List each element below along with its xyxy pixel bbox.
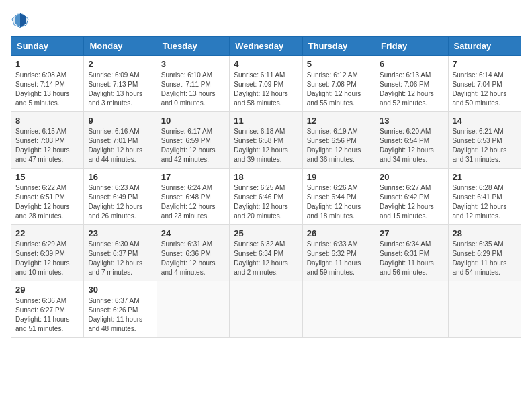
day-number: 6 [380, 59, 443, 69]
calendar-header-monday: Monday [84, 37, 157, 56]
calendar-cell: 5 Sunrise: 6:12 AM Sunset: 7:08 PM Dayli… [302, 56, 375, 112]
calendar-cell: 4 Sunrise: 6:11 AM Sunset: 7:09 PM Dayli… [230, 56, 302, 112]
calendar-cell: 30 Sunrise: 6:37 AM Sunset: 6:26 PM Dayl… [84, 281, 157, 338]
day-info: Sunrise: 6:28 AM Sunset: 6:41 PM Dayligh… [453, 183, 517, 221]
calendar-cell: 12 Sunrise: 6:19 AM Sunset: 6:56 PM Dayl… [302, 112, 375, 169]
day-info: Sunrise: 6:22 AM Sunset: 6:51 PM Dayligh… [15, 183, 79, 221]
day-info: Sunrise: 6:15 AM Sunset: 7:03 PM Dayligh… [15, 127, 79, 165]
calendar-week-row: 15 Sunrise: 6:22 AM Sunset: 6:51 PM Dayl… [11, 169, 521, 225]
calendar-cell [448, 281, 521, 338]
day-number: 17 [161, 172, 225, 182]
calendar-body: 1 Sunrise: 6:08 AM Sunset: 7:14 PM Dayli… [11, 56, 521, 338]
day-info: Sunrise: 6:10 AM Sunset: 7:11 PM Dayligh… [161, 71, 225, 108]
day-info: Sunrise: 6:09 AM Sunset: 7:13 PM Dayligh… [88, 71, 152, 108]
day-number: 19 [307, 172, 371, 182]
calendar-cell: 21 Sunrise: 6:28 AM Sunset: 6:41 PM Dayl… [448, 169, 521, 225]
day-number: 30 [88, 285, 152, 295]
calendar-cell: 18 Sunrise: 6:25 AM Sunset: 6:46 PM Dayl… [230, 169, 302, 225]
day-number: 8 [15, 116, 79, 126]
day-info: Sunrise: 6:20 AM Sunset: 6:54 PM Dayligh… [380, 127, 443, 165]
calendar-cell [157, 281, 229, 338]
day-info: Sunrise: 6:34 AM Sunset: 6:31 PM Dayligh… [380, 240, 443, 277]
day-info: Sunrise: 6:16 AM Sunset: 7:01 PM Dayligh… [88, 127, 152, 165]
day-number: 26 [307, 228, 371, 238]
calendar-cell: 13 Sunrise: 6:20 AM Sunset: 6:54 PM Dayl… [375, 112, 448, 169]
calendar-week-row: 8 Sunrise: 6:15 AM Sunset: 7:03 PM Dayli… [11, 112, 521, 169]
calendar-cell: 25 Sunrise: 6:32 AM Sunset: 6:34 PM Dayl… [230, 225, 302, 281]
day-number: 15 [15, 172, 79, 182]
calendar-cell: 23 Sunrise: 6:30 AM Sunset: 6:37 PM Dayl… [84, 225, 157, 281]
day-number: 14 [453, 116, 517, 126]
day-info: Sunrise: 6:35 AM Sunset: 6:29 PM Dayligh… [453, 240, 517, 277]
day-number: 7 [453, 59, 517, 69]
calendar-cell: 9 Sunrise: 6:16 AM Sunset: 7:01 PM Dayli… [84, 112, 157, 169]
calendar-cell: 16 Sunrise: 6:23 AM Sunset: 6:49 PM Dayl… [84, 169, 157, 225]
day-number: 29 [15, 285, 79, 295]
day-number: 27 [380, 228, 443, 238]
day-number: 23 [88, 228, 152, 238]
day-number: 4 [234, 59, 298, 69]
calendar-header-sunday: Sunday [11, 37, 84, 56]
calendar-week-row: 29 Sunrise: 6:36 AM Sunset: 6:27 PM Dayl… [11, 281, 521, 338]
day-info: Sunrise: 6:18 AM Sunset: 6:58 PM Dayligh… [234, 127, 298, 165]
calendar-header-friday: Friday [375, 37, 448, 56]
day-number: 21 [453, 172, 517, 182]
day-info: Sunrise: 6:08 AM Sunset: 7:14 PM Dayligh… [15, 71, 79, 108]
day-number: 25 [234, 228, 298, 238]
day-info: Sunrise: 6:21 AM Sunset: 6:53 PM Dayligh… [453, 127, 517, 165]
calendar-cell: 29 Sunrise: 6:36 AM Sunset: 6:27 PM Dayl… [11, 281, 84, 338]
day-info: Sunrise: 6:25 AM Sunset: 6:46 PM Dayligh… [234, 183, 298, 221]
calendar-header-row: SundayMondayTuesdayWednesdayThursdayFrid… [11, 37, 521, 56]
day-number: 9 [88, 116, 152, 126]
day-info: Sunrise: 6:33 AM Sunset: 6:32 PM Dayligh… [307, 240, 371, 277]
day-number: 20 [380, 172, 443, 182]
day-number: 2 [88, 59, 152, 69]
calendar-cell: 6 Sunrise: 6:13 AM Sunset: 7:06 PM Dayli… [375, 56, 448, 112]
day-info: Sunrise: 6:31 AM Sunset: 6:36 PM Dayligh… [161, 240, 225, 277]
day-number: 16 [88, 172, 152, 182]
calendar-week-row: 1 Sunrise: 6:08 AM Sunset: 7:14 PM Dayli… [11, 56, 521, 112]
calendar-cell: 3 Sunrise: 6:10 AM Sunset: 7:11 PM Dayli… [157, 56, 229, 112]
calendar-header-thursday: Thursday [302, 37, 375, 56]
day-info: Sunrise: 6:24 AM Sunset: 6:48 PM Dayligh… [161, 183, 225, 221]
day-number: 11 [234, 116, 298, 126]
logo-icon [11, 11, 30, 30]
day-number: 12 [307, 116, 371, 126]
day-number: 3 [161, 59, 225, 69]
calendar-week-row: 22 Sunrise: 6:29 AM Sunset: 6:39 PM Dayl… [11, 225, 521, 281]
day-number: 13 [380, 116, 443, 126]
day-info: Sunrise: 6:29 AM Sunset: 6:39 PM Dayligh… [15, 240, 79, 277]
calendar-cell: 2 Sunrise: 6:09 AM Sunset: 7:13 PM Dayli… [84, 56, 157, 112]
calendar-cell: 7 Sunrise: 6:14 AM Sunset: 7:04 PM Dayli… [448, 56, 521, 112]
calendar-cell: 17 Sunrise: 6:24 AM Sunset: 6:48 PM Dayl… [157, 169, 229, 225]
day-info: Sunrise: 6:14 AM Sunset: 7:04 PM Dayligh… [453, 71, 517, 108]
day-info: Sunrise: 6:13 AM Sunset: 7:06 PM Dayligh… [380, 71, 443, 108]
calendar-header-wednesday: Wednesday [230, 37, 302, 56]
day-number: 10 [161, 116, 225, 126]
day-info: Sunrise: 6:12 AM Sunset: 7:08 PM Dayligh… [307, 71, 371, 108]
calendar-cell: 27 Sunrise: 6:34 AM Sunset: 6:31 PM Dayl… [375, 225, 448, 281]
calendar-cell: 28 Sunrise: 6:35 AM Sunset: 6:29 PM Dayl… [448, 225, 521, 281]
calendar-cell: 15 Sunrise: 6:22 AM Sunset: 6:51 PM Dayl… [11, 169, 84, 225]
day-info: Sunrise: 6:11 AM Sunset: 7:09 PM Dayligh… [234, 71, 298, 108]
calendar-cell: 20 Sunrise: 6:27 AM Sunset: 6:42 PM Dayl… [375, 169, 448, 225]
calendar-cell: 1 Sunrise: 6:08 AM Sunset: 7:14 PM Dayli… [11, 56, 84, 112]
calendar-cell [230, 281, 302, 338]
day-info: Sunrise: 6:32 AM Sunset: 6:34 PM Dayligh… [234, 240, 298, 277]
calendar-cell: 19 Sunrise: 6:26 AM Sunset: 6:44 PM Dayl… [302, 169, 375, 225]
calendar-cell [375, 281, 448, 338]
calendar-cell: 24 Sunrise: 6:31 AM Sunset: 6:36 PM Dayl… [157, 225, 229, 281]
day-info: Sunrise: 6:27 AM Sunset: 6:42 PM Dayligh… [380, 183, 443, 221]
calendar-header-tuesday: Tuesday [157, 37, 229, 56]
day-number: 1 [15, 59, 79, 69]
day-info: Sunrise: 6:37 AM Sunset: 6:26 PM Dayligh… [88, 296, 152, 334]
day-number: 18 [234, 172, 298, 182]
day-info: Sunrise: 6:19 AM Sunset: 6:56 PM Dayligh… [307, 127, 371, 165]
calendar-cell: 8 Sunrise: 6:15 AM Sunset: 7:03 PM Dayli… [11, 112, 84, 169]
calendar-cell: 14 Sunrise: 6:21 AM Sunset: 6:53 PM Dayl… [448, 112, 521, 169]
calendar-table: SundayMondayTuesdayWednesdayThursdayFrid… [11, 36, 521, 338]
calendar-cell: 10 Sunrise: 6:17 AM Sunset: 6:59 PM Dayl… [157, 112, 229, 169]
logo [11, 11, 32, 30]
day-info: Sunrise: 6:17 AM Sunset: 6:59 PM Dayligh… [161, 127, 225, 165]
calendar-cell: 11 Sunrise: 6:18 AM Sunset: 6:58 PM Dayl… [230, 112, 302, 169]
